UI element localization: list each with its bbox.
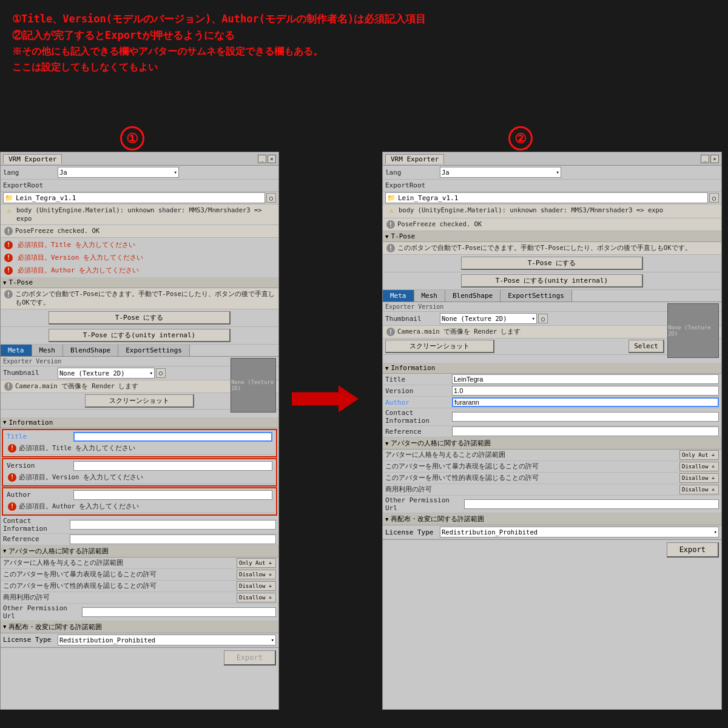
left-export-btn[interactable]: Export [224,650,276,666]
right-panel-tab[interactable]: VRM Exporter [385,154,444,164]
annotation-line1: ①Title、Version(モデルのバージョン)、Author(モデルの制作者… [12,11,716,27]
left-reference-input[interactable] [70,534,276,544]
right-exportroot-field[interactable]: 📁 Lein_Tegra_v1.1 [385,192,708,203]
right-panel-titlebar: VRM Exporter _ × [383,152,721,166]
right-lang-label: lang [385,169,440,177]
red-arrow [289,382,362,416]
left-require-version-icon: ! [4,254,13,262]
left-perm1-select[interactable]: Only Aut ÷ [237,558,276,568]
left-tab-mesh[interactable]: Mesh [32,345,64,356]
left-perm4-select[interactable]: Disallow ÷ [237,593,276,602]
right-tpose-unity-btn[interactable]: T-Pose にする(unity internal) [461,274,643,288]
left-require-author-icon: ! [4,266,13,275]
right-close-btn[interactable]: × [710,155,719,163]
left-author-input[interactable] [73,490,272,500]
right-perm2-row: このアバターを用いて暴力表現を認じることの許可 Disallow ÷ [383,461,721,473]
right-lang-select[interactable]: Ja ▾ [440,167,561,178]
right-tpose-btn[interactable]: T-Pose にする [461,257,643,270]
left-version-label: Version [7,462,73,470]
left-screenshot-btn[interactable]: スクリーンショット [85,394,194,408]
right-author-label: Author [385,399,452,406]
right-perm4-row: 商用利用の許可 Disallow ÷ [383,484,721,496]
right-title-row: Title [383,374,721,385]
right-license-dropdown-icon: ▾ [714,529,717,535]
right-other-perm-input[interactable] [464,499,719,509]
right-tab-blendshape[interactable]: BlendShape [445,290,500,302]
left-tpose-info-row: ! このボタンで自動でT-Poseにできます。手動でT-Poseにしたり、ボタン… [1,288,278,309]
left-lang-select[interactable]: Ja ▾ [58,167,179,178]
left-thumbnail-label: Thumbnail [3,369,58,377]
left-reference-row: Reference [1,534,278,545]
left-tab-exportsettings[interactable]: ExportSettings [118,345,190,356]
right-version-row: Version [383,385,721,397]
left-tab-meta[interactable]: Meta [1,345,32,356]
right-license-select[interactable]: Redistribution_Prohibited ▾ [440,527,719,538]
circle-1: ① [120,126,144,150]
left-require-version-row: ! 必須項目。Version を入力してください [2,252,277,263]
left-tpose-unity-btn[interactable]: T-Pose にする(unity internal) [49,329,231,342]
left-exportroot-value-row: 📁 Lein_Tegra_v1.1 ○ [1,192,278,204]
right-minimize-btn[interactable]: _ [701,155,709,163]
right-reference-row: Reference [383,426,721,437]
right-warn1-icon: ⚠ [386,206,396,216]
left-title-label: Title [7,433,73,440]
left-require-title-row: ! 必須項目。Title を入力してください [2,239,277,251]
left-close-btn[interactable]: × [268,155,276,163]
right-author-input[interactable] [452,397,719,407]
left-perm3-select[interactable]: Disallow ÷ [237,581,276,591]
right-perm2-select[interactable]: Disallow ÷ [679,462,719,471]
left-license-select[interactable]: Redistribution_Prohibited ▾ [58,635,276,645]
right-version-input[interactable] [452,386,719,396]
right-tab-exportsettings[interactable]: ExportSettings [500,290,572,302]
left-version-error-box: Version ! 必須項目。Version を入力してください [2,458,277,487]
right-perm1-select[interactable]: Only Aut ÷ [679,450,719,460]
left-perm2-select[interactable]: Disallow ÷ [237,570,276,579]
left-exportroot-field[interactable]: 📁 Lein_Tegra_v1.1 [3,192,265,203]
right-exportroot-circle-btn[interactable]: ○ [709,193,719,203]
right-exportroot-label: ExportRoot [385,181,440,189]
circle-2: ② [508,126,533,150]
left-thumbnail-circle-btn[interactable]: ○ [156,368,166,378]
right-warn2-row: ! PoseFreeze checked. OK [383,218,721,231]
right-avatar-section: ▼ アバターの人格に関する許諾範囲 [383,437,721,450]
left-other-perm-input[interactable] [82,607,276,617]
right-reference-label: Reference [385,428,452,436]
left-minimize-btn[interactable]: _ [258,155,266,163]
left-tpose-btn[interactable]: T-Pose にする [49,311,231,325]
left-title-input[interactable] [73,432,272,442]
left-require-version-box: ! 必須項目。Version を入力してください [2,252,277,263]
right-tab-meta[interactable]: Meta [383,290,414,302]
left-version-warn-icon: ! [8,473,16,482]
right-warn1-row: ⚠ body (UnityEngine.Material): unknown s… [383,204,721,218]
left-contact-input[interactable] [70,520,276,530]
right-exportroot-value-row: 📁 Lein_Tegra_v1.1 ○ [383,192,721,204]
left-tab-blendshape[interactable]: BlendShape [63,345,118,356]
right-export-btn-row: Export [383,539,721,560]
right-vrm-panel: VRM Exporter _ × lang Ja ▾ ExportRoot 📁 … [382,152,722,710]
right-thumbnail-circle-btn[interactable]: ○ [538,314,548,323]
right-thumbnail-preview: None (Texture 2D) [667,303,719,358]
annotation-area: ①Title、Version(モデルのバージョン)、Author(モデルの制作者… [0,0,728,81]
right-contact-input[interactable] [452,412,719,422]
right-reference-input[interactable] [452,426,719,436]
left-thumbnail-select[interactable]: None (Texture 2D) ▾ [58,368,155,379]
left-exportroot-label: ExportRoot [3,181,58,189]
left-author-warn-icon: ! [8,502,16,511]
right-thumbnail-label: Thumbnail [385,315,440,323]
right-other-perm-label: Other Permission Url [385,496,464,512]
left-version-input[interactable] [73,461,272,471]
right-license-label: License Type [385,528,440,536]
left-warn1-icon: ⚠ [4,206,14,216]
right-select-btn[interactable]: Select [629,340,664,353]
right-perm4-select[interactable]: Disallow ÷ [679,485,719,494]
right-export-btn[interactable]: Export [667,542,719,558]
left-exportroot-circle-btn[interactable]: ○ [266,193,276,203]
right-tab-mesh[interactable]: Mesh [414,290,446,302]
right-perm3-select[interactable]: Disallow ÷ [679,473,719,483]
left-panel-tab[interactable]: VRM Exporter [3,154,62,164]
right-thumbnail-select[interactable]: None (Texture 2D) ▾ [440,313,537,324]
left-lang-row: lang Ja ▾ [1,166,278,180]
right-title-input[interactable] [452,374,719,384]
right-screenshot-btn[interactable]: スクリーンショット [385,340,494,353]
left-tpose-triangle: ▼ [3,280,6,286]
